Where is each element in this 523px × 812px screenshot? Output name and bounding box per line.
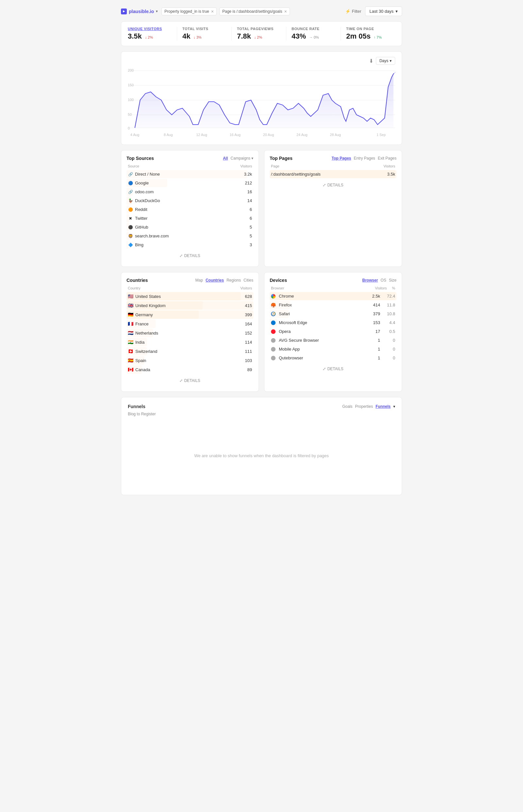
list-item[interactable]: ✖ Twitter 6 — [126, 214, 253, 223]
list-item[interactable]: 🧭 Safari 379 10.8 — [270, 310, 397, 318]
list-item[interactable]: 🇳🇱 Netherlands 152 — [126, 329, 253, 337]
source-icon: 🦁 — [128, 234, 133, 239]
devices-title: Devices — [270, 278, 287, 283]
list-item[interactable]: 🇨🇦 Canada 89 — [126, 365, 253, 374]
list-item[interactable]: 🇪🇸 Spain 103 — [126, 356, 253, 365]
funnels-header: Funnels Goals Properties Funnels ▾ — [128, 404, 395, 409]
list-item[interactable]: ⚫ GitHub 5 — [126, 223, 253, 231]
chevron-down-icon: ▾ — [390, 58, 392, 63]
chevron-down-icon: ▾ — [393, 404, 395, 409]
devices-tabs: Browser OS Size — [362, 278, 397, 283]
svg-text:100: 100 — [128, 98, 134, 102]
tab-os[interactable]: OS — [380, 278, 386, 283]
stat-change: ↓ 3% — [194, 35, 201, 39]
devices-panel: Devices Browser OS Size Browser Visitors… — [264, 272, 402, 392]
col-source: Source — [128, 164, 139, 168]
logo-text: plausible.io — [129, 9, 154, 14]
chevron-down-icon: ▾ — [156, 10, 158, 13]
tab-countries[interactable]: Countries — [205, 278, 224, 283]
list-item[interactable]: 🇫🇷 France 164 — [126, 319, 253, 328]
filter-tag-remove[interactable]: × — [284, 9, 287, 14]
source-visitors: 5 — [250, 233, 252, 239]
source-visitors: 5 — [250, 225, 252, 230]
list-item[interactable]: Microsoft Edge 153 4.4 — [270, 319, 397, 327]
list-item[interactable]: 🟠 Reddit 6 — [126, 205, 253, 214]
days-selector[interactable]: Days ▾ — [376, 57, 395, 65]
tab-all[interactable]: All — [223, 156, 228, 161]
top-sources-header: Top Sources All Campaigns ▾ — [126, 156, 253, 161]
list-item[interactable]: 🇺🇸 United States 628 — [126, 292, 253, 301]
chart-container: 200 150 100 50 0 4 Aug — [128, 67, 395, 139]
col-page: Page — [271, 164, 279, 168]
source-visitors: 3.2k — [244, 172, 252, 177]
filter-label: Filter — [352, 9, 361, 14]
list-item[interactable]: 🇮🇳 India 114 — [126, 338, 253, 346]
tab-top-pages[interactable]: Top Pages — [331, 156, 351, 161]
tab-campaigns-dropdown[interactable]: Campaigns ▾ — [231, 156, 253, 161]
top-pages-details[interactable]: ⤢ DETAILS — [270, 179, 397, 191]
svg-text:0: 0 — [128, 127, 130, 130]
list-item[interactable]: Qutebrowser 1 0 — [270, 354, 397, 362]
browser-pct: 72.4 — [385, 294, 395, 299]
tab-browser[interactable]: Browser — [362, 278, 378, 283]
tab-funnels[interactable]: Funnels — [376, 404, 391, 409]
country-name: France — [135, 321, 148, 326]
download-button[interactable]: ⬇ — [369, 58, 373, 64]
browser-name: Opera — [279, 329, 291, 334]
list-item[interactable]: AVG Secure Browser 1 0 — [270, 336, 397, 345]
country-visitors: 415 — [245, 303, 252, 308]
browser-visitors: 1 — [378, 347, 380, 352]
stat-value: 43% — [292, 32, 306, 40]
tab-size[interactable]: Size — [389, 278, 397, 283]
stat-change: ↑ 7% — [374, 35, 381, 39]
logo[interactable]: plausible.io ▾ — [121, 8, 158, 14]
list-item[interactable]: 🔵 Google 212 — [126, 179, 253, 187]
stat-label: TOTAL PAGEVIEWS — [237, 27, 281, 31]
countries-col-headers: Country Visitors — [126, 286, 253, 290]
tab-regions[interactable]: Regions — [227, 278, 241, 283]
tab-properties[interactable]: Properties — [355, 404, 373, 409]
list-item[interactable]: 🇩🇪 Germany 399 — [126, 310, 253, 319]
browser-name: Qutebrowser — [279, 355, 303, 360]
top-sources-details[interactable]: ⤢ DETAILS — [126, 250, 253, 261]
country-name: Switzerland — [135, 349, 157, 354]
tab-goals[interactable]: Goals — [342, 404, 353, 409]
top-pages-list: /:dashboard/settings/goals 3.5k — [270, 170, 397, 178]
list-item[interactable]: 🔷 Bing 3 — [126, 241, 253, 249]
tab-entry-pages[interactable]: Entry Pages — [354, 156, 375, 161]
browser-visitors: 17 — [376, 329, 380, 334]
list-item[interactable]: Mobile App 1 0 — [270, 345, 397, 353]
svg-text:24 Aug: 24 Aug — [296, 133, 308, 137]
list-item[interactable]: 🔗 Direct / None 3.2k — [126, 170, 253, 178]
filter-tag-filter-logged-in: Property logged_in is true× — [161, 7, 217, 15]
devices-col-headers: Browser Visitors % — [270, 286, 397, 290]
list-item[interactable]: 🇨🇭 Switzerland 111 — [126, 347, 253, 355]
top-pages-col-headers: Page Visitors — [270, 164, 397, 168]
country-visitors: 111 — [245, 349, 252, 354]
stat-unique-visitors: UNIQUE VISITORS 3.5k ↓ 2% — [128, 27, 177, 40]
source-icon: 🟠 — [128, 207, 133, 212]
list-item[interactable]: /:dashboard/settings/goals 3.5k — [270, 170, 397, 178]
devices-details[interactable]: ⤢ DETAILS — [270, 363, 397, 374]
countries-details[interactable]: ⤢ DETAILS — [126, 375, 253, 386]
list-item[interactable]: Opera 17 0.5 — [270, 328, 397, 336]
list-item[interactable]: 🔗 odoo.com 16 — [126, 188, 253, 196]
list-item[interactable]: 🦁 search.brave.com 5 — [126, 232, 253, 240]
tab-exit-pages[interactable]: Exit Pages — [378, 156, 397, 161]
svg-text:150: 150 — [128, 83, 134, 87]
list-item[interactable]: 🦊 Firefox 414 11.8 — [270, 301, 397, 309]
devices-list: Chrome 2.5k 72.4 🦊 Firefox 414 11.8 🧭 Sa… — [270, 292, 397, 362]
filter-button[interactable]: ⚡ Filter — [345, 9, 361, 14]
filter-tag-remove[interactable]: × — [211, 9, 214, 14]
date-range-picker[interactable]: Last 30 days ▾ — [365, 6, 402, 16]
tab-cities[interactable]: Cities — [244, 278, 253, 283]
country-name: India — [135, 340, 144, 345]
country-flag: 🇨🇭 — [128, 349, 133, 354]
stat-label[interactable]: UNIQUE VISITORS — [128, 27, 172, 31]
source-name: search.brave.com — [135, 233, 169, 239]
list-item[interactable]: 🦆 DuckDuckGo 14 — [126, 196, 253, 205]
list-item[interactable]: Chrome 2.5k 72.4 — [270, 292, 397, 300]
tab-map[interactable]: Map — [196, 278, 203, 283]
country-flag: 🇮🇳 — [128, 339, 133, 345]
list-item[interactable]: 🇬🇧 United Kingdom 415 — [126, 301, 253, 310]
